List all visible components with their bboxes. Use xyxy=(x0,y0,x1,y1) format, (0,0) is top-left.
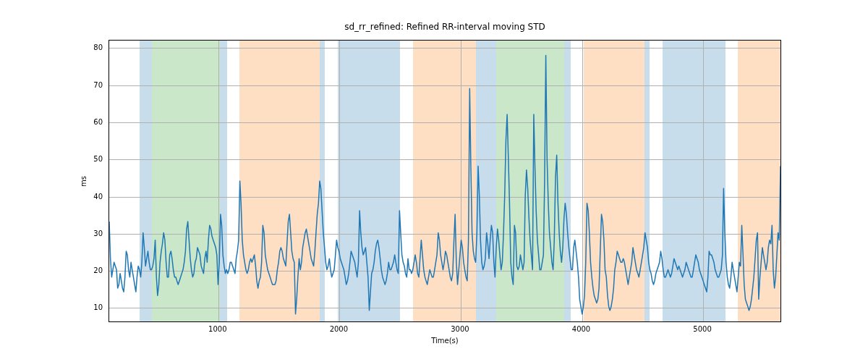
plot-area xyxy=(109,40,781,322)
y-tick-label: 50 xyxy=(93,155,103,163)
x-tick-label: 3000 xyxy=(451,325,469,333)
y-axis-label: ms xyxy=(76,40,90,322)
figure: sd_rr_refined: Refined RR-interval movin… xyxy=(0,0,868,362)
y-tick-label: 30 xyxy=(93,229,103,237)
y-tick-label: 60 xyxy=(93,117,103,125)
x-tick-label: 4000 xyxy=(572,325,590,333)
y-tick-label: 80 xyxy=(93,43,103,51)
y-tick-label: 40 xyxy=(93,192,103,200)
chart-title: sd_rr_refined: Refined RR-interval movin… xyxy=(109,22,781,32)
x-tick-label: 5000 xyxy=(693,325,711,333)
x-axis-label: Time(s) xyxy=(109,337,781,345)
y-tick-label: 20 xyxy=(93,266,103,274)
y-tick-label: 70 xyxy=(93,80,103,88)
line-series xyxy=(109,41,780,321)
x-tick-label: 1000 xyxy=(208,325,226,333)
line-path xyxy=(109,55,780,313)
x-tick-label: 2000 xyxy=(330,325,348,333)
y-tick-label: 10 xyxy=(93,303,103,311)
